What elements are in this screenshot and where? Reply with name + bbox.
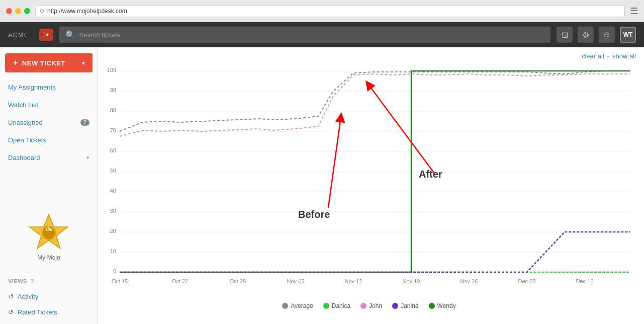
globe-icon: ⊙ — [40, 8, 44, 14]
sidebar-item-my-assignments[interactable]: My Assignments — [0, 78, 98, 96]
mojo-label: My Mojo — [37, 254, 60, 261]
maximize-button[interactable] — [24, 8, 30, 14]
plus-icon: + — [13, 58, 18, 67]
sidebar-item-open-tickets[interactable]: Open Tickets — [0, 131, 98, 149]
svg-line-37 — [328, 117, 341, 208]
legend-dot-wendy — [429, 303, 435, 309]
rated-tickets-label: Rated Tickets — [18, 308, 57, 316]
legend-item-janina: Janina — [392, 302, 418, 309]
sidebar-label: Open Tickets — [8, 136, 46, 144]
svg-text:Nov 05: Nov 05 — [287, 278, 305, 284]
chart-legend: Average Danica John Janina Wendy — [102, 298, 636, 313]
legend-label-average: Average — [291, 302, 313, 309]
main-content: clear all - show all 100 90 80 70 60 50 … — [98, 47, 644, 324]
chart-divider: - — [607, 52, 609, 60]
legend-label-wendy: Wendy — [437, 302, 456, 309]
search-input[interactable] — [79, 31, 544, 39]
legend-dot-john — [360, 303, 366, 309]
chart-controls: clear all - show all — [98, 47, 644, 62]
minimize-button[interactable] — [15, 8, 21, 14]
new-ticket-label: NEW TICKET — [22, 59, 65, 67]
alert-button[interactable]: ! ▾ — [39, 29, 53, 41]
hamburger-icon[interactable]: ☰ — [630, 6, 638, 17]
sidebar-item-rated-tickets[interactable]: ↺ Rated Tickets — [0, 304, 98, 320]
legend-label-danica: Danica — [332, 302, 350, 309]
main-layout: + NEW TICKET ▾ My Assignments Watch List… — [0, 47, 644, 324]
legend-label-john: John — [369, 302, 382, 309]
svg-text:40: 40 — [110, 188, 116, 194]
sidebar-item-unassigned[interactable]: Unassigned 2 — [0, 114, 98, 131]
legend-item-average: Average — [282, 302, 313, 309]
svg-point-4 — [47, 226, 50, 229]
mojo-star-svg: 100 — [29, 212, 69, 252]
address-bar[interactable]: ⊙ http://www.mojohelpdesk.com — [35, 5, 625, 17]
sidebar-label: Unassigned — [8, 119, 43, 126]
legend-dot-average — [282, 303, 288, 309]
annotation-before: Before — [298, 209, 330, 220]
svg-text:Oct 15: Oct 15 — [112, 278, 128, 284]
svg-text:70: 70 — [110, 127, 116, 133]
sidebar-item-watch-list[interactable]: Watch List — [0, 96, 98, 114]
user-avatar[interactable]: WT — [620, 27, 636, 43]
legend-item-john: John — [360, 302, 382, 309]
views-help-icon[interactable]: ? — [30, 277, 34, 285]
svg-text:Nov 19: Nov 19 — [403, 278, 420, 284]
settings-button[interactable]: ⚙ — [578, 27, 594, 43]
smiley-button[interactable]: ☺ — [599, 27, 615, 43]
new-ticket-button[interactable]: + NEW TICKET ▾ — [5, 53, 93, 72]
legend-item-wendy: Wendy — [429, 302, 456, 309]
views-section: VIEWS ? ↺ Activity ↺ Rated Tickets — [0, 269, 98, 324]
legend-dot-danica — [323, 303, 329, 309]
star-icon: ↺ — [8, 308, 14, 316]
svg-text:0: 0 — [113, 268, 116, 274]
svg-text:80: 80 — [110, 107, 116, 113]
title-bar: ⊙ http://www.mojohelpdesk.com ☰ — [0, 0, 644, 22]
svg-text:50: 50 — [110, 168, 116, 174]
mojo-section: 100 My Mojo — [0, 204, 98, 269]
traffic-lights — [6, 8, 30, 14]
sidebar-item-dashboard[interactable]: Dashboard ▾ — [0, 149, 98, 167]
refresh-icon: ↺ — [8, 293, 14, 300]
svg-line-38 — [369, 85, 434, 173]
main-chart: 100 90 80 70 60 50 40 30 20 10 0 — [102, 62, 635, 298]
sidebar-label: Dashboard — [8, 154, 40, 161]
svg-text:100: 100 — [107, 67, 116, 73]
views-title: VIEWS — [8, 278, 27, 284]
sidebar: + NEW TICKET ▾ My Assignments Watch List… — [0, 47, 98, 324]
url-text: http://www.mojohelpdesk.com — [47, 8, 127, 15]
svg-text:60: 60 — [110, 147, 116, 153]
show-all-link[interactable]: show all — [612, 52, 636, 60]
legend-label-janina: Janina — [401, 302, 418, 309]
svg-text:Oct 22: Oct 22 — [172, 278, 188, 284]
search-bar[interactable]: 🔍 — [59, 27, 550, 43]
svg-text:90: 90 — [110, 87, 116, 93]
alert-dropdown-icon: ▾ — [46, 31, 49, 38]
views-header: VIEWS ? — [0, 273, 98, 289]
svg-text:Dec 03: Dec 03 — [518, 278, 536, 284]
app-header: ACME ! ▾ 🔍 ⊡ ⚙ ☺ WT — [0, 22, 644, 47]
sidebar-nav: My Assignments Watch List Unassigned 2 O… — [0, 78, 98, 204]
svg-text:Dec 10: Dec 10 — [576, 278, 594, 284]
svg-text:Nov 26: Nov 26 — [461, 278, 478, 284]
dropdown-arrow-icon: ▾ — [82, 60, 85, 66]
sidebar-label: Watch List — [8, 101, 38, 109]
legend-dot-janina — [392, 303, 398, 309]
monitor-button[interactable]: ⊡ — [557, 27, 573, 43]
sidebar-item-activity[interactable]: ↺ Activity — [0, 289, 98, 304]
legend-item-danica: Danica — [323, 302, 350, 309]
dashboard-arrow-icon: ▾ — [86, 154, 89, 161]
svg-text:Nov 12: Nov 12 — [345, 278, 362, 284]
search-icon: 🔍 — [65, 30, 75, 40]
close-button[interactable] — [6, 8, 12, 14]
annotation-after: After — [419, 169, 442, 180]
activity-label: Activity — [18, 293, 38, 300]
chart-area: 100 90 80 70 60 50 40 30 20 10 0 — [98, 62, 644, 313]
svg-text:30: 30 — [110, 208, 116, 214]
alert-icon: ! — [43, 31, 45, 38]
svg-text:Oct 29: Oct 29 — [230, 278, 246, 284]
clear-all-link[interactable]: clear all — [582, 52, 604, 60]
brand-label: ACME — [8, 31, 29, 39]
header-icons: ⊡ ⚙ ☺ WT — [557, 27, 636, 43]
sidebar-label: My Assignments — [8, 84, 56, 91]
svg-text:20: 20 — [110, 228, 116, 234]
